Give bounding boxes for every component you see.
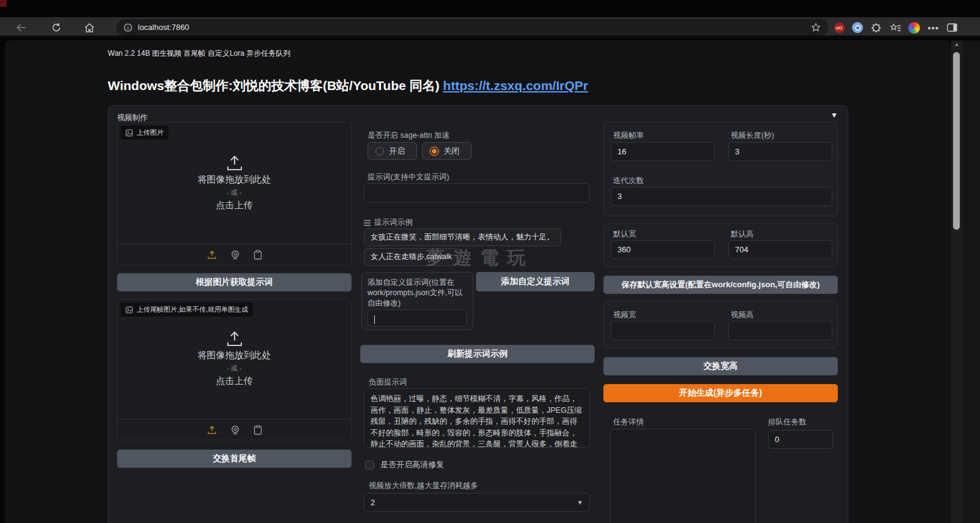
swap-width-height-button[interactable]: 交换宽高 (603, 357, 838, 375)
save-defaults-button[interactable]: 保存默认宽高设置(配置在work/config.json,可自由修改) (603, 276, 838, 294)
video-width-label: 视频宽 (613, 310, 636, 320)
default-height-input[interactable] (728, 240, 832, 259)
steps-input[interactable] (611, 187, 832, 206)
url-bar[interactable]: localhost:7860 (116, 19, 828, 36)
dropzone-center[interactable]: 将图像拖放到此处 - 或 - 点击上传 (118, 122, 351, 243)
upload-source-icon[interactable] (207, 250, 217, 260)
page-viewport: Wan 2.2 14B 图生视频 首尾帧 自定义Lora 异步任务队列 Wind… (5, 40, 951, 523)
page-heading: Windows整合包制作:刘悦的技术博客(B站/YouTube 同名) http… (108, 77, 588, 94)
browser-toolbar: localhost:7860 uO ••• (0, 17, 980, 38)
drop-text: 将图像拖放到此处 (198, 350, 271, 361)
home-icon[interactable] (82, 20, 97, 35)
app-title: Wan 2.2 14B 图生视频 首尾帧 自定义Lora 异步任务队列 (108, 48, 290, 59)
prompt-input[interactable] (364, 183, 590, 203)
list-icon (364, 220, 371, 226)
add-custom-prompt-button[interactable]: 添加自定义提示词 (476, 272, 595, 292)
window-titlebar (0, 0, 980, 17)
queue-count-input[interactable] (768, 430, 833, 449)
dropzone-center[interactable]: 将图像拖放到此处 - 或 - 点击上传 (118, 299, 351, 418)
custom-prompt-input[interactable] (368, 309, 467, 326)
upscale-dropdown[interactable]: 2 ▼ (364, 493, 590, 512)
scrollbar-up-arrow[interactable]: ▲ (954, 42, 960, 47)
negative-prompt-textarea[interactable]: 色调艳丽，过曝，静态，细节模糊不清，字幕，风格，作品，画作，画面，静止，整体发灰… (364, 388, 590, 448)
search-extension-icon[interactable] (850, 20, 865, 35)
examples-label: 提示词示例 (374, 217, 413, 228)
bookmark-star-icon[interactable] (811, 23, 821, 32)
default-width-label: 默认宽 (613, 229, 636, 239)
task-detail-label: 任务详情 (613, 417, 644, 427)
upload-source-tabs (118, 244, 351, 265)
site-info-icon[interactable] (124, 23, 132, 32)
start-generation-button[interactable]: 开始生成(异步多任务) (603, 384, 838, 402)
custom-prompt-label: 添加自定义提示词(位置在work/prompts.json文件,可以自由修改) (368, 277, 467, 309)
click-upload-text[interactable]: 点击上传 (216, 375, 253, 387)
radio-circle-selected-icon (430, 147, 439, 156)
example-prompt-chip[interactable]: 女孩正在微笑，面部细节清晰，表情动人，魅力十足。 (364, 228, 561, 246)
or-text: - 或 - (227, 364, 241, 373)
heading-link[interactable]: https://t.zsxq.com/IrQPr (443, 78, 588, 92)
default-width-input[interactable] (611, 240, 715, 259)
video-production-accordion: 视频制作 ▼ 上传图片 将图像拖放到此处 - 或 - 点击上传 根据图片获取提示… (108, 105, 848, 523)
clipboard-source-icon[interactable] (254, 425, 262, 435)
extensions-gear-icon[interactable] (869, 20, 883, 35)
queue-count-label: 排队任务数 (768, 417, 807, 427)
default-height-label: 默认高 (731, 229, 754, 239)
video-length-label: 视频长度(秒) (731, 130, 774, 141)
webcam-source-icon[interactable] (230, 250, 240, 260)
heading-text: Windows整合包制作:刘悦的技术博客(B站/YouTube 同名) (108, 78, 443, 92)
chevron-down-icon: ▼ (577, 499, 583, 506)
upscale-label: 视频放大倍数,越大显存消耗越多 (369, 481, 478, 491)
text-cursor (374, 315, 375, 324)
fps-input[interactable] (611, 142, 715, 161)
first-frame-upload-dropzone[interactable]: 上传图片 将图像拖放到此处 - 或 - 点击上传 (117, 122, 352, 265)
window-right-edge (962, 40, 980, 523)
hd-repair-row[interactable]: 是否开启高清修复 (365, 459, 444, 470)
video-length-input[interactable] (728, 142, 832, 161)
hd-repair-checkbox[interactable] (365, 461, 374, 470)
examples-header: 提示词示例 (364, 217, 413, 228)
steps-label: 迭代次数 (613, 176, 644, 186)
video-width-input[interactable] (611, 321, 715, 341)
ublock-extension-icon[interactable]: uO (832, 20, 846, 35)
last-frame-upload-dropzone[interactable]: 上传尾帧图片,如果不传,就用单图生成 将图像拖放到此处 - 或 - 点击上传 (117, 299, 352, 440)
example-prompt-chip[interactable]: 女人正在走猫步,catwalk (364, 248, 459, 266)
url-text[interactable]: localhost:7860 (138, 23, 811, 32)
back-icon[interactable] (13, 20, 28, 35)
get-prompt-from-image-button[interactable]: 根据图片获取提示词 (117, 273, 352, 292)
upload-source-icon[interactable] (207, 425, 217, 435)
sage-on-radio[interactable]: 开启 (368, 142, 417, 160)
negative-prompt-label: 负面提示词 (369, 377, 407, 388)
swap-first-last-frame-button[interactable]: 交换首尾帧 (117, 450, 352, 468)
click-upload-text[interactable]: 点击上传 (216, 200, 253, 211)
hd-repair-label: 是否开启高清修复 (380, 459, 444, 470)
overflow-menu-icon[interactable]: ••• (926, 20, 941, 35)
drop-text: 将图像拖放到此处 (198, 174, 271, 186)
accordion-collapse-icon[interactable]: ▼ (831, 111, 838, 119)
sage-attn-label: 是否开启 sage-attn 加速 (368, 130, 450, 141)
refresh-examples-button[interactable]: 刷新提示词示例 (360, 345, 595, 363)
bookmarks-menu-icon[interactable] (888, 20, 903, 35)
custom-prompt-block: 添加自定义提示词(位置在work/prompts.json文件,可以自由修改) (361, 272, 473, 330)
window-accent-square (0, 0, 7, 7)
radio-label: 关闭 (443, 146, 459, 157)
upload-tray-icon (225, 330, 244, 347)
radio-label: 开启 (389, 146, 405, 157)
video-height-input[interactable] (728, 321, 832, 341)
profile-avatar[interactable] (907, 20, 921, 35)
upscale-value: 2 (371, 498, 375, 507)
or-text: - 或 - (227, 188, 241, 197)
upload-source-tabs (118, 419, 351, 440)
radio-circle-icon (375, 147, 384, 156)
fps-label: 视频帧率 (613, 130, 644, 141)
task-detail-textarea[interactable] (610, 429, 756, 523)
sage-off-radio[interactable]: 关闭 (422, 142, 472, 160)
video-height-label: 视频高 (731, 310, 754, 320)
upload-tray-icon (225, 154, 244, 171)
reload-icon[interactable] (49, 20, 64, 35)
sidebar-toggle-icon[interactable] (944, 20, 959, 35)
clipboard-source-icon[interactable] (254, 250, 262, 260)
page-scrollbar-thumb[interactable] (953, 52, 960, 230)
prompt-label: 提示词(支持中文提示词) (368, 172, 449, 182)
webcam-source-icon[interactable] (230, 425, 240, 435)
